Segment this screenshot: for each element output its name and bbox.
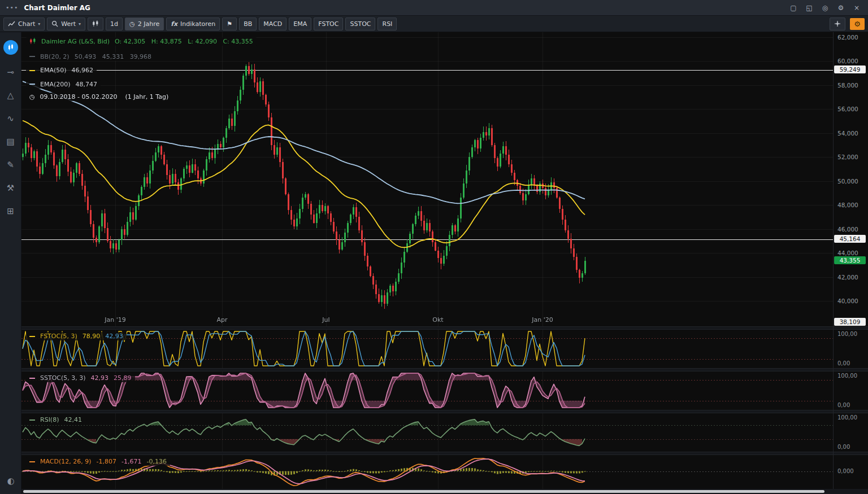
price-axis-label: 52,000 [837,154,858,160]
crosshair-mode-icon [834,20,841,27]
sstoc-panel-canvas[interactable] [21,371,833,410]
chart-style-button[interactable] [88,18,103,30]
chart-mode-tool[interactable] [3,40,18,55]
indicators-button[interactable]: fx Indikatoren [166,18,220,30]
window-titlebar: ••• Chart Daimler AG ▢ ◱ ◎ ⚙ × [0,0,868,16]
close-icon[interactable]: × [851,3,862,13]
instrument-legend-row: Daimler AG (L&S, Bid) O: 42,305 H: 43,87… [26,36,257,47]
indicator-curves-tool[interactable]: ∿ [3,113,18,124]
price-axis-label: 58,000 [837,82,858,89]
price-axis-label: 46,000 [837,226,858,233]
ohlc-values: O: 42,305 H: 43,875 L: 42,090 C: 43,355 [115,38,253,45]
sstoc-axis-label: 100,00 [837,373,857,379]
sstoc-label: SSTOC(5, 3, 3) [40,374,86,382]
time-axis-label: Jan '20 [530,316,555,323]
ema200-legend-row[interactable]: EMA(200) 48,747 [26,76,257,89]
instrument-name: Daimler AG (L&S, Bid) [41,38,110,45]
rsi-axis-label: 100,00 [837,414,857,421]
clock-icon: ◷ [29,93,35,100]
macd-legend[interactable]: MACD(12, 26, 9)-1,807-1,671-0,136 [26,457,170,466]
price-axis-label: 62,000 [837,34,858,41]
horizontal-scrollbar-thumb[interactable] [23,490,824,493]
ema50-legend-row[interactable]: EMA(50) 46,962 [26,63,257,75]
record-icon[interactable]: ◎ [819,3,831,13]
fstoc-dash-icon [29,336,35,337]
price-axis-label: 40,000 [837,298,858,304]
time-axis-label: Okt [425,316,451,323]
indicator-button-fstoc[interactable]: FSTOC [314,18,343,30]
shapes-tool[interactable]: △ [3,90,18,101]
layout-grid-tool[interactable]: ⊞ [3,206,18,217]
settings-gear-icon[interactable]: ⚙ [835,3,847,13]
theme-toggle[interactable]: ◐ [0,476,21,486]
line-chart-icon [8,21,15,27]
popout-icon[interactable]: ◱ [804,3,815,13]
sidebar-tools: ⊸△∿▤✎⚒⊞ [0,32,21,217]
indicator-button-macd[interactable]: MACD [259,18,287,30]
indicator-button-rsi[interactable]: RSI [377,18,397,30]
chart-toolbar: Chart ▾ Wert ▾ 1d ◷ 2 Jahre fx Indikator… [0,16,868,32]
rsi-legend[interactable]: RSI(8)42,41 [26,416,85,424]
fstoc-value: 78,90 [83,333,101,340]
tools-settings-tool[interactable]: ⚒ [3,182,18,194]
time-axis-label: Jul [313,316,339,323]
fstoc-axis-label: 100,00 [837,331,857,337]
sstoc-axis-label: 0,00 [837,402,850,408]
price-tag: 45,164 [834,235,866,243]
chevron-down-icon: ▾ [79,21,81,27]
macd-axis-label: 0,000 [837,468,854,474]
chart-settings-button[interactable]: ⚙ [850,18,865,30]
price-axis-label: 56,000 [837,106,858,112]
macd-label: MACD(12, 26, 9) [40,458,92,465]
clock-icon: ◷ [129,20,135,28]
range-button[interactable]: ◷ 2 Jahre [125,18,164,30]
fstoc-axis-label: 0,00 [837,360,850,366]
date-range-row: ◷ 09.10.2018 - 05.02.2020 (1 Jahr, 1 Tag… [26,90,257,101]
fstoc-legend[interactable]: FSTOC(5, 3)78,9042,93 [26,332,127,340]
gear-icon: ⚙ [854,20,861,28]
rsi-dash-icon [29,419,35,421]
chart-type-tool[interactable]: ▤ [3,136,18,147]
favorites-flag-button[interactable]: ⚑ [222,18,237,30]
candlestick-icon [29,38,36,45]
chevron-down-icon: ▾ [38,21,40,27]
flag-icon: ⚑ [227,20,232,28]
time-axis-label: Jan '19 [102,316,128,323]
bb-legend-row[interactable]: BB(20, 2) 50,493 45,331 39,968 [26,49,257,61]
fstoc-value: 42,93 [105,333,123,340]
price-tag: 59,249 [834,65,866,73]
bb-dash-icon [29,56,35,57]
price-axis-label: 60,000 [837,58,858,64]
rsi-panel-canvas[interactable] [21,413,833,452]
crosshair-mode-button[interactable] [830,18,845,30]
macd-value: -1,671 [121,458,141,465]
sstoc-dash-icon [29,378,35,379]
price-axis-label: 50,000 [837,178,858,185]
drawing-toolbar: ⊸△∿▤✎⚒⊞ ◐ [0,32,21,494]
ema200-dash-icon [29,84,35,85]
price-axis-label: 42,000 [837,274,858,281]
sstoc-legend[interactable]: SSTOC(5, 3, 3)42,9325,89 [26,374,135,382]
rsi-axis-label: 0,00 [837,444,850,450]
fstoc-panel-canvas[interactable] [21,330,833,368]
candlestick-icon [92,20,99,27]
sstoc-value: 25,89 [114,374,132,382]
interval-button[interactable]: 1d [106,18,123,30]
price-axis-label: 54,000 [837,130,858,137]
horizontal-scrollbar[interactable] [21,489,868,494]
trendline-tool[interactable]: ⊸ [3,67,18,78]
ema50-dash-icon [29,70,35,71]
indicator-button-sstoc[interactable]: SSTOC [345,18,375,30]
indicator-button-bb[interactable]: BB [239,18,257,30]
fx-icon: fx [171,20,177,28]
indicator-button-ema[interactable]: EMA [289,18,311,30]
macd-value: -1,807 [97,458,116,465]
chart-menu-button[interactable]: Chart ▾ [3,18,45,30]
macd-value: -0,136 [146,458,166,465]
annotate-tool[interactable]: ✎ [3,159,18,171]
window-menu-icon[interactable]: ••• [6,4,18,11]
time-axis-label: Apr [209,316,235,323]
symbol-search-button[interactable]: Wert ▾ [47,18,85,30]
fit-screen-icon[interactable]: ▢ [788,3,799,13]
price-tag: 38,109 [834,318,866,326]
